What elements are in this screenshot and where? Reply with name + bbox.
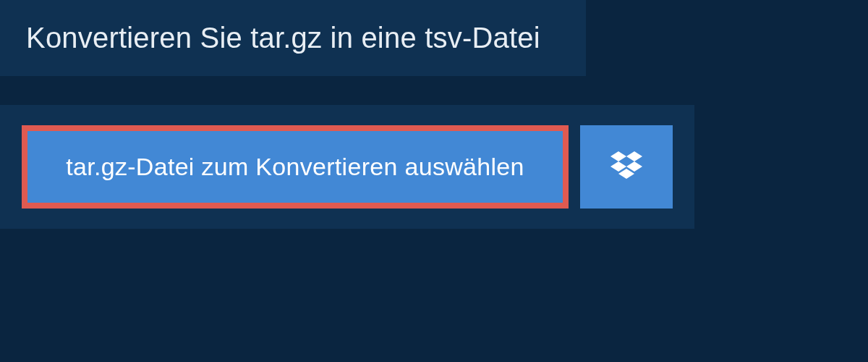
page-title: Konvertieren Sie tar.gz in eine tsv-Date… [26, 22, 560, 54]
dropbox-icon [610, 151, 642, 183]
dropbox-button[interactable] [580, 125, 673, 209]
select-file-label: tar.gz-Datei zum Konvertieren auswählen [66, 153, 524, 181]
select-file-button[interactable]: tar.gz-Datei zum Konvertieren auswählen [22, 125, 569, 209]
header-bar: Konvertieren Sie tar.gz in eine tsv-Date… [0, 0, 586, 76]
upload-panel: tar.gz-Datei zum Konvertieren auswählen [0, 105, 694, 229]
